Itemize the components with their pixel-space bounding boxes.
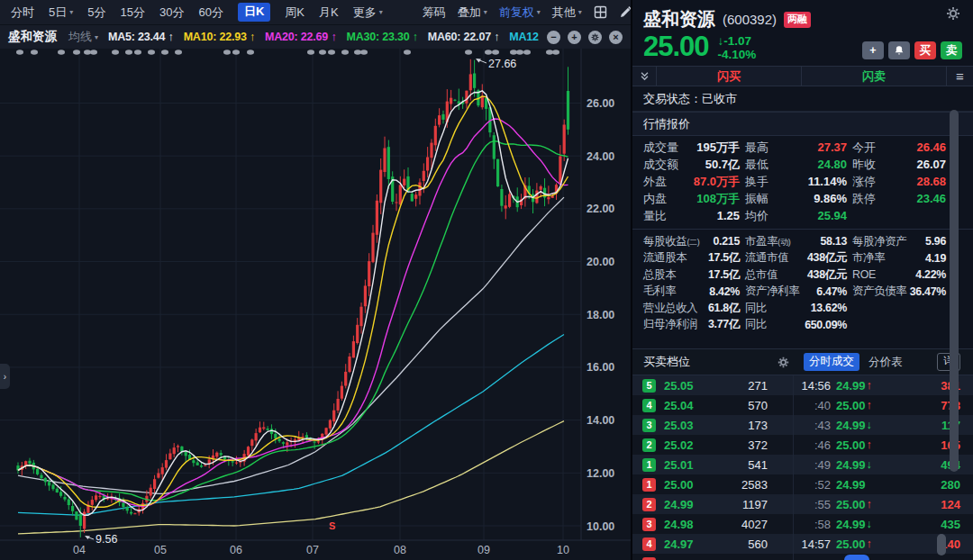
quote-field: ROE4.22%	[852, 266, 946, 284]
svg-text:20.00: 20.00	[587, 256, 614, 268]
tick-volume: 124	[941, 498, 960, 511]
svg-text:16.00: 16.00	[587, 361, 614, 374]
period-tab-分时[interactable]: 分时	[11, 5, 34, 21]
bid-level-badge: 4	[642, 537, 656, 551]
quote-field: 跌停23.46	[852, 190, 946, 207]
svg-text:27.66: 27.66	[488, 58, 516, 70]
svg-text:18.00: 18.00	[587, 309, 614, 321]
orderbook-row-bid-1[interactable]: 125.002583	[632, 474, 793, 494]
tick-row[interactable]: :4025.00↑778	[794, 395, 973, 415]
svg-text:05: 05	[154, 544, 167, 556]
bottom-page-indicator[interactable]	[844, 555, 869, 560]
alert-bell-icon[interactable]	[888, 41, 910, 59]
panel-scrollbar[interactable]	[950, 110, 959, 472]
svg-text:24.00: 24.00	[587, 150, 614, 163]
period-tab-周K[interactable]: 周K	[285, 5, 305, 21]
tick-volume: 435	[941, 518, 960, 531]
tick-direction-up-icon: ↑	[867, 537, 872, 550]
tick-row[interactable]: 14:5725.00↑140	[794, 534, 973, 554]
sell-button[interactable]: 卖	[941, 41, 962, 59]
price-change-percent: -4.10%	[718, 48, 757, 61]
tick-price: 25.00	[836, 537, 866, 551]
period-tab-5日[interactable]: 5日▾	[49, 5, 73, 21]
orderbook-row-ask-5[interactable]: 525.05271	[632, 375, 793, 395]
tick-row[interactable]: 14:5624.99↑381	[794, 375, 973, 395]
ask-level-badge: 4	[642, 399, 656, 412]
tick-time: 15:00	[797, 557, 831, 560]
tick-row[interactable]: :4924.99↓494	[794, 455, 973, 474]
orderbook-row-ask-2[interactable]: 225.02372	[632, 435, 793, 455]
tick-row[interactable]: :5525.00↑124	[794, 494, 973, 514]
level-price: 25.02	[664, 438, 694, 452]
level-price: 24.99	[664, 498, 694, 511]
tab-tick-trades[interactable]: 分时成交	[804, 353, 859, 371]
flash-buy-button[interactable]: 闪买	[657, 67, 802, 86]
orderbook-row-bid-3[interactable]: 324.984027	[632, 514, 793, 534]
tick-row[interactable]: 15:0025.0013566	[794, 554, 973, 560]
orderbook-settings-gear-icon[interactable]	[777, 357, 789, 368]
orderbook-row-ask-3[interactable]: 325.03173	[632, 415, 793, 435]
trading-app-window: 分时5日▾5分15分30分60分日K周K月K更多▾ 筹码叠加▾前复权▾其他▾ 盛…	[0, 0, 973, 560]
sidebar-expand-chevron-icon[interactable]: ›	[0, 364, 10, 389]
orderbook-title: 买卖档位	[643, 354, 690, 370]
tick-price: 25.00	[836, 498, 866, 511]
period-tab-5分[interactable]: 5分	[87, 5, 105, 21]
tool-前复权[interactable]: 前复权▾	[499, 5, 541, 21]
quote-field: 振幅9.86%	[745, 190, 847, 207]
buy-button[interactable]: 买	[914, 41, 936, 59]
flash-sell-button[interactable]: 闪卖	[802, 67, 946, 86]
zoom-out-icon[interactable]: −	[547, 31, 560, 44]
svg-text:09: 09	[477, 544, 490, 556]
tool-其他[interactable]: 其他▾	[552, 5, 582, 21]
level-volume: 2583	[741, 478, 768, 492]
orderbook-row-bid-2[interactable]: 224.991197	[632, 494, 793, 514]
period-tab-60分[interactable]: 60分	[198, 5, 223, 21]
level-price: 24.96	[664, 557, 694, 560]
grid-layout-icon[interactable]	[594, 5, 607, 19]
tab-price-table[interactable]: 分价表	[868, 355, 903, 370]
ma-selector-dropdown[interactable]: 均线▾	[68, 29, 98, 45]
tick-row[interactable]: :4625.00↑165	[794, 435, 973, 455]
ma-legend-ma10: MA10: 22.93 ↑	[184, 31, 255, 43]
period-tab-15分[interactable]: 15分	[120, 5, 144, 21]
svg-text:14.00: 14.00	[587, 414, 614, 427]
tool-筹码[interactable]: 筹码	[423, 5, 446, 21]
close-chart-icon[interactable]: ×	[609, 31, 623, 44]
add-to-watchlist-button[interactable]: +	[862, 41, 884, 59]
stock-name: 盛和资源	[643, 7, 715, 32]
chevron-down-icon: ▾	[537, 8, 541, 16]
bid-level-badge: 1	[642, 478, 656, 492]
quote-field: 毛利率8.42%	[643, 284, 740, 301]
orderbook-row-ask-1[interactable]: 125.01541	[632, 455, 793, 474]
orderbook-and-ticks: 525.05271425.04570325.03173225.02372125.…	[632, 375, 973, 560]
tick-price: 24.99	[836, 419, 866, 432]
chart-settings-gear-icon[interactable]	[588, 31, 602, 44]
zoom-in-icon[interactable]: +	[568, 31, 581, 44]
svg-text:04: 04	[73, 544, 86, 556]
tool-叠加[interactable]: 叠加▾	[458, 5, 487, 21]
tick-time: :52	[797, 478, 831, 492]
orderbook-row-bid-4[interactable]: 424.97560	[632, 534, 793, 554]
svg-text:26.00: 26.00	[587, 97, 614, 110]
tick-row[interactable]: :5824.99↓435	[794, 514, 973, 534]
tick-list-scrollbar[interactable]	[937, 534, 946, 555]
level-price: 24.97	[664, 537, 694, 551]
period-tab-日K[interactable]: 日K	[238, 3, 270, 22]
quote-field: 归母净利润3.77亿	[643, 317, 740, 334]
orderbook-row-ask-4[interactable]: 425.04570	[632, 395, 793, 415]
ask-level-badge: 3	[642, 419, 656, 432]
collapse-double-chevron-icon[interactable]	[632, 67, 657, 86]
tick-time: 14:56	[797, 379, 831, 393]
period-tab-月K[interactable]: 月K	[319, 5, 339, 21]
orderbook-row-bid-5[interactable]: 524.96241	[632, 554, 793, 560]
tick-direction-down-icon: ↓	[867, 419, 872, 431]
panel-settings-gear-icon[interactable]	[946, 6, 960, 24]
period-tab-30分[interactable]: 30分	[159, 5, 184, 21]
candlestick-chart[interactable]: 26.0024.0022.0020.0018.0016.0014.0012.00…	[0, 49, 631, 560]
flash-trade-bar: 闪买 闪卖 ≡	[632, 66, 973, 86]
period-tab-更多[interactable]: 更多▾	[353, 5, 383, 21]
tick-price: 24.99	[836, 478, 866, 492]
menu-hamburger-icon[interactable]: ≡	[946, 67, 973, 86]
tick-row[interactable]: :4324.99↓117	[794, 415, 973, 435]
tick-row[interactable]: :5224.99280	[794, 474, 973, 494]
